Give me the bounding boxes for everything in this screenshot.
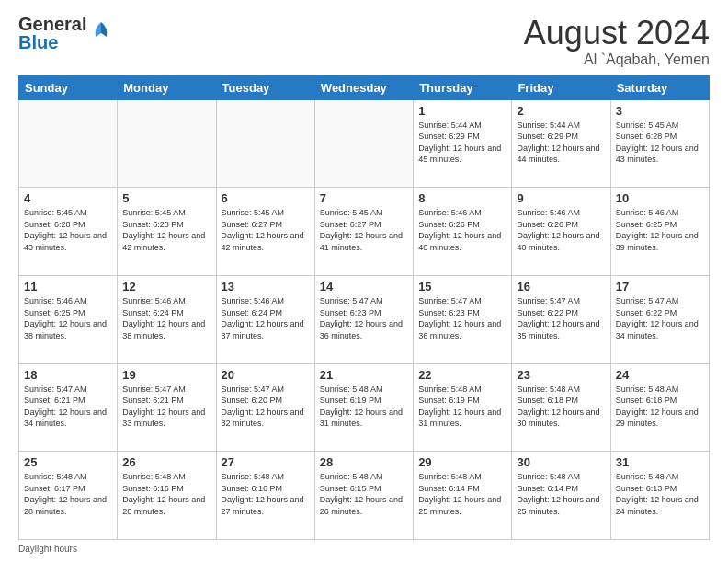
day-info: Sunrise: 5:48 AMSunset: 6:14 PMDaylight:… xyxy=(517,471,605,517)
day-number: 23 xyxy=(517,368,605,382)
day-info: Sunrise: 5:48 AMSunset: 6:16 PMDaylight:… xyxy=(122,471,210,517)
day-info: Sunrise: 5:45 AMSunset: 6:27 PMDaylight:… xyxy=(222,207,310,253)
day-number: 5 xyxy=(122,191,210,205)
week-row-5: 25 Sunrise: 5:48 AMSunset: 6:17 PMDaylig… xyxy=(19,452,710,540)
logo-area: General Blue xyxy=(18,15,114,52)
day-info: Sunrise: 5:46 AMSunset: 6:24 PMDaylight:… xyxy=(222,295,310,341)
day-info: Sunrise: 5:47 AMSunset: 6:21 PMDaylight:… xyxy=(122,384,210,430)
day-info: Sunrise: 5:47 AMSunset: 6:22 PMDaylight:… xyxy=(517,295,605,341)
col-monday: Monday xyxy=(118,75,216,99)
day-number: 19 xyxy=(122,368,210,382)
day-info: Sunrise: 5:48 AMSunset: 6:18 PMDaylight:… xyxy=(517,384,605,430)
day-info: Sunrise: 5:47 AMSunset: 6:21 PMDaylight:… xyxy=(24,384,112,430)
calendar-cell xyxy=(216,99,314,188)
day-number: 27 xyxy=(222,455,310,469)
calendar-cell: 16 Sunrise: 5:47 AMSunset: 6:22 PMDaylig… xyxy=(512,275,610,363)
col-sunday: Sunday xyxy=(19,75,118,99)
day-number: 9 xyxy=(517,191,605,205)
calendar-cell: 7 Sunrise: 5:45 AMSunset: 6:27 PMDayligh… xyxy=(314,188,413,276)
calendar-cell: 12 Sunrise: 5:46 AMSunset: 6:24 PMDaylig… xyxy=(118,275,216,363)
day-info: Sunrise: 5:48 AMSunset: 6:18 PMDaylight:… xyxy=(616,384,704,430)
calendar-cell: 18 Sunrise: 5:47 AMSunset: 6:21 PMDaylig… xyxy=(19,363,118,452)
day-number: 29 xyxy=(418,455,506,469)
day-number: 15 xyxy=(418,280,506,293)
footer-note: Daylight hours xyxy=(18,544,710,554)
calendar-cell: 15 Sunrise: 5:47 AMSunset: 6:23 PMDaylig… xyxy=(414,275,512,363)
calendar-cell xyxy=(19,99,118,188)
day-info: Sunrise: 5:45 AMSunset: 6:27 PMDaylight:… xyxy=(320,207,408,253)
day-number: 8 xyxy=(418,191,506,205)
day-info: Sunrise: 5:47 AMSunset: 6:23 PMDaylight:… xyxy=(320,295,408,341)
location-title: Al `Aqabah, Yemen xyxy=(524,52,710,68)
day-info: Sunrise: 5:48 AMSunset: 6:19 PMDaylight:… xyxy=(418,384,506,430)
day-info: Sunrise: 5:46 AMSunset: 6:25 PMDaylight:… xyxy=(24,295,112,341)
calendar-cell: 17 Sunrise: 5:47 AMSunset: 6:22 PMDaylig… xyxy=(610,275,709,363)
logo: General Blue xyxy=(18,15,114,52)
day-number: 26 xyxy=(122,455,210,469)
week-row-3: 11 Sunrise: 5:46 AMSunset: 6:25 PMDaylig… xyxy=(19,275,710,363)
calendar-cell: 6 Sunrise: 5:45 AMSunset: 6:27 PMDayligh… xyxy=(216,188,314,276)
day-number: 7 xyxy=(320,191,408,205)
day-number: 4 xyxy=(24,191,112,205)
day-number: 14 xyxy=(320,280,408,293)
week-row-1: 1 Sunrise: 5:44 AMSunset: 6:29 PMDayligh… xyxy=(19,99,710,188)
calendar-cell: 22 Sunrise: 5:48 AMSunset: 6:19 PMDaylig… xyxy=(414,363,512,452)
day-info: Sunrise: 5:47 AMSunset: 6:23 PMDaylight:… xyxy=(418,295,506,341)
header-row: Sunday Monday Tuesday Wednesday Thursday… xyxy=(19,75,710,99)
day-info: Sunrise: 5:48 AMSunset: 6:14 PMDaylight:… xyxy=(418,471,506,517)
calendar-table: Sunday Monday Tuesday Wednesday Thursday… xyxy=(18,75,710,540)
day-info: Sunrise: 5:48 AMSunset: 6:17 PMDaylight:… xyxy=(24,471,112,517)
day-info: Sunrise: 5:45 AMSunset: 6:28 PMDaylight:… xyxy=(122,207,210,253)
calendar-cell xyxy=(118,99,216,188)
title-area: August 2024 Al `Aqabah, Yemen xyxy=(524,15,710,68)
day-info: Sunrise: 5:46 AMSunset: 6:24 PMDaylight:… xyxy=(122,295,210,341)
day-number: 25 xyxy=(24,455,112,469)
calendar-cell: 9 Sunrise: 5:46 AMSunset: 6:26 PMDayligh… xyxy=(512,188,610,276)
calendar-cell: 25 Sunrise: 5:48 AMSunset: 6:17 PMDaylig… xyxy=(19,452,118,540)
calendar-page: General Blue August 2024 Al `Aqabah, Yem… xyxy=(0,0,728,563)
col-tuesday: Tuesday xyxy=(216,75,314,99)
calendar-cell: 29 Sunrise: 5:48 AMSunset: 6:14 PMDaylig… xyxy=(414,452,512,540)
day-number: 11 xyxy=(24,280,112,293)
day-info: Sunrise: 5:45 AMSunset: 6:28 PMDaylight:… xyxy=(616,120,704,166)
month-title: August 2024 xyxy=(524,15,710,52)
calendar-cell: 11 Sunrise: 5:46 AMSunset: 6:25 PMDaylig… xyxy=(19,275,118,363)
day-number: 17 xyxy=(616,280,704,293)
day-number: 6 xyxy=(222,191,310,205)
calendar-cell: 14 Sunrise: 5:47 AMSunset: 6:23 PMDaylig… xyxy=(314,275,413,363)
day-number: 20 xyxy=(222,368,310,382)
day-number: 2 xyxy=(517,104,605,118)
day-number: 31 xyxy=(616,455,704,469)
calendar-cell: 3 Sunrise: 5:45 AMSunset: 6:28 PMDayligh… xyxy=(610,99,709,188)
calendar-cell: 1 Sunrise: 5:44 AMSunset: 6:29 PMDayligh… xyxy=(414,99,512,188)
calendar-cell: 2 Sunrise: 5:44 AMSunset: 6:29 PMDayligh… xyxy=(512,99,610,188)
week-row-4: 18 Sunrise: 5:47 AMSunset: 6:21 PMDaylig… xyxy=(19,363,710,452)
day-number: 3 xyxy=(616,104,704,118)
day-info: Sunrise: 5:44 AMSunset: 6:29 PMDaylight:… xyxy=(418,120,506,166)
calendar-cell: 21 Sunrise: 5:48 AMSunset: 6:19 PMDaylig… xyxy=(314,363,413,452)
day-number: 22 xyxy=(418,368,506,382)
calendar-cell: 4 Sunrise: 5:45 AMSunset: 6:28 PMDayligh… xyxy=(19,188,118,276)
calendar-cell: 5 Sunrise: 5:45 AMSunset: 6:28 PMDayligh… xyxy=(118,188,216,276)
calendar-cell: 8 Sunrise: 5:46 AMSunset: 6:26 PMDayligh… xyxy=(414,188,512,276)
day-info: Sunrise: 5:48 AMSunset: 6:16 PMDaylight:… xyxy=(222,471,310,517)
day-number: 24 xyxy=(616,368,704,382)
calendar-cell: 20 Sunrise: 5:47 AMSunset: 6:20 PMDaylig… xyxy=(216,363,314,452)
day-info: Sunrise: 5:47 AMSunset: 6:22 PMDaylight:… xyxy=(616,295,704,341)
day-number: 28 xyxy=(320,455,408,469)
col-friday: Friday xyxy=(512,75,610,99)
calendar-cell: 27 Sunrise: 5:48 AMSunset: 6:16 PMDaylig… xyxy=(216,452,314,540)
day-info: Sunrise: 5:44 AMSunset: 6:29 PMDaylight:… xyxy=(517,120,605,166)
day-info: Sunrise: 5:46 AMSunset: 6:25 PMDaylight:… xyxy=(616,207,704,253)
calendar-cell xyxy=(314,99,413,188)
calendar-cell: 23 Sunrise: 5:48 AMSunset: 6:18 PMDaylig… xyxy=(512,363,610,452)
day-number: 21 xyxy=(320,368,408,382)
day-info: Sunrise: 5:48 AMSunset: 6:15 PMDaylight:… xyxy=(320,471,408,517)
day-number: 18 xyxy=(24,368,112,382)
day-info: Sunrise: 5:46 AMSunset: 6:26 PMDaylight:… xyxy=(517,207,605,253)
day-number: 13 xyxy=(222,280,310,293)
calendar-cell: 19 Sunrise: 5:47 AMSunset: 6:21 PMDaylig… xyxy=(118,363,216,452)
calendar-cell: 24 Sunrise: 5:48 AMSunset: 6:18 PMDaylig… xyxy=(610,363,709,452)
col-saturday: Saturday xyxy=(610,75,709,99)
day-number: 10 xyxy=(616,191,704,205)
